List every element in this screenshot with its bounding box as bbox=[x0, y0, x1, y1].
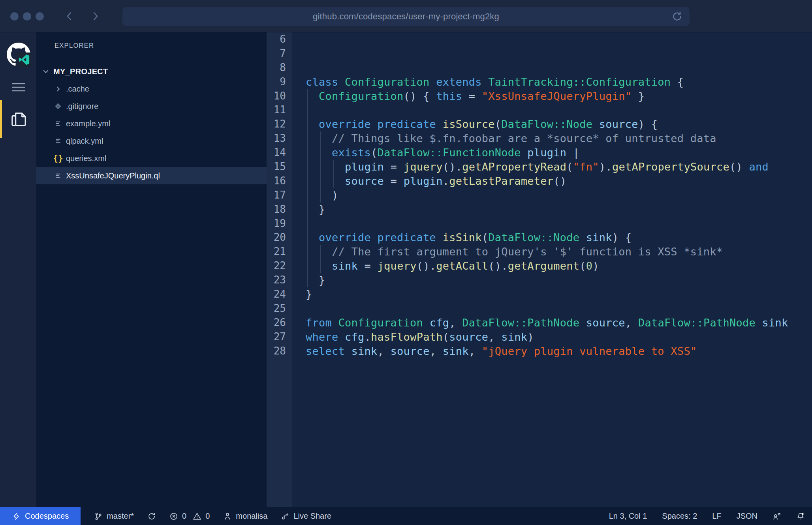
file-label: example.yml bbox=[66, 119, 110, 128]
tree-root-label: MY_PROJECT bbox=[53, 67, 108, 76]
statusbar-left: Codespacesmaster*00monalisaLive Share bbox=[0, 507, 331, 525]
code-line[interactable]: class Configuration extends TaintTrackin… bbox=[306, 75, 812, 89]
active-view-indicator bbox=[0, 100, 2, 138]
window-controls[interactable] bbox=[10, 12, 44, 21]
code-line[interactable] bbox=[306, 61, 812, 75]
status-language-mode[interactable]: JSON bbox=[737, 512, 757, 521]
status-eol[interactable]: LF bbox=[712, 512, 721, 521]
code-line[interactable]: from Configuration cfg, DataFlow::PathNo… bbox=[306, 316, 812, 330]
code-line[interactable] bbox=[306, 32, 812, 47]
line-number: 8 bbox=[267, 61, 292, 75]
status-cursor-position[interactable]: Ln 3, Col 1 bbox=[609, 512, 647, 521]
menu-icon[interactable] bbox=[12, 83, 25, 92]
tree-root-my-project[interactable]: MY_PROJECT bbox=[36, 63, 267, 80]
status-label: 0 bbox=[205, 512, 210, 521]
file-label: XssUnsafeJQueryPlugin.ql bbox=[66, 171, 160, 180]
branch-icon bbox=[94, 512, 103, 521]
code-line[interactable] bbox=[306, 217, 812, 231]
line-number: 25 bbox=[267, 302, 292, 316]
explorer-header: EXPLORER bbox=[36, 32, 267, 49]
forward-icon[interactable] bbox=[90, 11, 101, 22]
window-dot[interactable] bbox=[10, 12, 19, 21]
code-line[interactable]: // Things like $.fn.foobar are a *source… bbox=[306, 131, 812, 146]
line-number: 27 bbox=[267, 330, 292, 344]
person-icon bbox=[223, 512, 232, 521]
status-label: Ln 3, Col 1 bbox=[609, 512, 647, 521]
back-icon[interactable] bbox=[64, 11, 75, 22]
explorer-files-icon[interactable] bbox=[9, 110, 28, 129]
status-live-share[interactable]: Live Share bbox=[281, 512, 331, 521]
code-line[interactable]: } bbox=[306, 273, 812, 287]
url-bar[interactable]: github.com/codespaces/user-my-project-mg… bbox=[122, 7, 690, 26]
code-line[interactable]: exists(DataFlow::FunctionNode plugin | bbox=[306, 146, 812, 160]
line-number: 12 bbox=[267, 117, 292, 131]
file-item-xss-ql[interactable]: XssUnsafeJQueryPlugin.ql bbox=[36, 167, 267, 184]
line-number: 23 bbox=[267, 273, 292, 287]
file-list: .cache.gitignoreexample.ymlqlpack.yml{}q… bbox=[36, 80, 267, 184]
status-indentation[interactable]: Spaces: 2 bbox=[662, 512, 697, 521]
liveshare-icon bbox=[281, 512, 289, 521]
code-line[interactable]: } bbox=[306, 202, 812, 217]
status-problems-warnings[interactable]: 0 bbox=[193, 512, 210, 521]
code-line[interactable]: where cfg.hasFlowPath(source, sink) bbox=[306, 330, 812, 344]
file-item-queries[interactable]: {}queries.xml bbox=[36, 150, 267, 167]
code-line[interactable] bbox=[306, 302, 812, 316]
status-label: JSON bbox=[737, 512, 757, 521]
status-label: LF bbox=[712, 512, 721, 521]
line-number: 10 bbox=[267, 89, 292, 103]
code-line[interactable]: // The first argument to jQuery's '$' fu… bbox=[306, 245, 812, 259]
code-line[interactable] bbox=[306, 47, 812, 61]
line-number: 21 bbox=[267, 245, 292, 259]
refresh-icon[interactable] bbox=[671, 10, 683, 22]
code-line[interactable]: Configuration() { this = "XssUnsafeJQuer… bbox=[306, 89, 812, 103]
git-icon bbox=[54, 102, 62, 111]
line-number: 18 bbox=[267, 202, 292, 217]
url-text: github.com/codespaces/user-my-project-mg… bbox=[313, 11, 499, 22]
code-editor[interactable]: class Configuration extends TaintTrackin… bbox=[292, 32, 812, 507]
file-item-example[interactable]: example.yml bbox=[36, 115, 267, 132]
file-item-qlpack[interactable]: qlpack.yml bbox=[36, 132, 267, 150]
line-number: 17 bbox=[267, 188, 292, 202]
file-item-gitignore[interactable]: .gitignore bbox=[36, 98, 267, 115]
line-number: 9 bbox=[267, 75, 292, 89]
code-line[interactable]: sink = jquery().getACall().getArgument(0… bbox=[306, 259, 812, 273]
line-number: 6 bbox=[267, 32, 292, 47]
code-line[interactable] bbox=[306, 103, 812, 117]
github-logo-icon bbox=[7, 43, 31, 67]
file-label: queries.xml bbox=[66, 154, 106, 163]
file-label: .gitignore bbox=[66, 102, 98, 111]
list-icon bbox=[54, 119, 62, 128]
remote-icon bbox=[12, 512, 21, 521]
code-line[interactable]: plugin = jquery().getAPropertyRead("fn")… bbox=[306, 160, 812, 174]
line-number: 26 bbox=[267, 316, 292, 330]
status-feedback[interactable] bbox=[773, 512, 781, 521]
code-line[interactable]: override predicate isSink(DataFlow::Node… bbox=[306, 231, 812, 245]
sync-icon bbox=[147, 512, 156, 521]
window-dot[interactable] bbox=[36, 12, 44, 21]
code-area[interactable]: class Configuration extends TaintTrackin… bbox=[292, 32, 812, 358]
status-branch[interactable]: master* bbox=[94, 512, 134, 521]
window-dot[interactable] bbox=[23, 12, 31, 21]
code-line[interactable]: select sink, source, sink, "jQuery plugi… bbox=[306, 344, 812, 358]
error-icon bbox=[169, 512, 178, 521]
code-line[interactable]: override predicate isSource(DataFlow::No… bbox=[306, 117, 812, 131]
code-line[interactable]: } bbox=[306, 287, 812, 302]
line-number: 11 bbox=[267, 103, 292, 117]
list-icon bbox=[54, 171, 62, 180]
code-line[interactable]: source = plugin.getLastParameter() bbox=[306, 174, 812, 188]
status-notifications[interactable] bbox=[796, 512, 805, 521]
line-number: 13 bbox=[267, 131, 292, 146]
editor-gutter: 6789101112131415161718192021222324252627… bbox=[267, 32, 292, 507]
chevron-right-icon bbox=[54, 84, 62, 93]
status-sync[interactable] bbox=[147, 512, 156, 521]
status-label: Spaces: 2 bbox=[662, 512, 697, 521]
line-number: 16 bbox=[267, 174, 292, 188]
line-number: 20 bbox=[267, 231, 292, 245]
file-item-cache[interactable]: .cache bbox=[36, 80, 267, 98]
chevron-down-icon bbox=[41, 67, 50, 76]
status-problems-errors[interactable]: 0 bbox=[169, 512, 186, 521]
code-line[interactable]: ) bbox=[306, 188, 812, 202]
status-codespaces[interactable]: Codespaces bbox=[0, 507, 81, 525]
status-label: monalisa bbox=[236, 512, 267, 521]
status-user[interactable]: monalisa bbox=[223, 512, 267, 521]
